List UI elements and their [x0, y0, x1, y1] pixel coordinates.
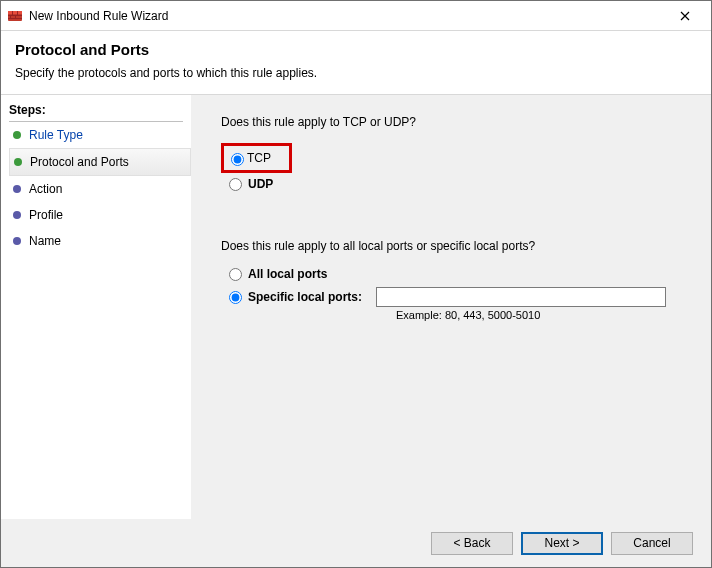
steps-sidebar: Steps: Rule Type Protocol and Ports Acti…: [1, 95, 191, 519]
window-title: New Inbound Rule Wizard: [29, 9, 665, 23]
svg-rect-7: [15, 15, 16, 18]
svg-rect-1: [8, 11, 22, 14]
page-description: Specify the protocols and ports to which…: [15, 66, 697, 80]
svg-rect-6: [10, 15, 11, 18]
ports-example: Example: 80, 443, 5000-5010: [396, 309, 689, 321]
protocol-question: Does this rule apply to TCP or UDP?: [221, 115, 689, 129]
wizard-window: New Inbound Rule Wizard Protocol and Por…: [0, 0, 712, 568]
page-title: Protocol and Ports: [15, 41, 697, 58]
step-bullet-icon: [13, 185, 21, 193]
svg-rect-5: [17, 11, 18, 15]
tcp-label[interactable]: TCP: [247, 151, 271, 165]
body: Steps: Rule Type Protocol and Ports Acti…: [1, 94, 711, 519]
step-label: Protocol and Ports: [30, 155, 129, 169]
step-profile[interactable]: Profile: [9, 202, 191, 228]
step-label: Rule Type: [29, 128, 83, 142]
back-button[interactable]: < Back: [431, 532, 513, 555]
specific-ports-radio[interactable]: [229, 291, 242, 304]
footer: < Back Next > Cancel: [1, 519, 711, 567]
steps-title: Steps:: [9, 103, 183, 122]
step-protocol-and-ports[interactable]: Protocol and Ports: [9, 148, 191, 176]
titlebar: New Inbound Rule Wizard: [1, 1, 711, 31]
ports-question: Does this rule apply to all local ports …: [221, 239, 689, 253]
step-bullet-icon: [13, 131, 21, 139]
all-ports-radio[interactable]: [229, 268, 242, 281]
step-action[interactable]: Action: [9, 176, 191, 202]
specific-ports-input[interactable]: [376, 287, 666, 307]
step-bullet-icon: [14, 158, 22, 166]
svg-rect-3: [8, 18, 22, 19]
step-bullet-icon: [13, 237, 21, 245]
step-bullet-icon: [13, 211, 21, 219]
udp-label[interactable]: UDP: [248, 177, 273, 191]
step-label: Name: [29, 234, 61, 248]
step-label: Profile: [29, 208, 63, 222]
firewall-icon: [7, 8, 23, 24]
step-label: Action: [29, 182, 62, 196]
close-button[interactable]: [665, 2, 705, 30]
tcp-radio[interactable]: [231, 153, 244, 166]
next-button[interactable]: Next >: [521, 532, 603, 555]
header: Protocol and Ports Specify the protocols…: [1, 31, 711, 94]
tcp-highlight: TCP: [221, 143, 292, 173]
step-rule-type[interactable]: Rule Type: [9, 122, 191, 148]
specific-ports-label[interactable]: Specific local ports:: [248, 290, 362, 304]
cancel-button[interactable]: Cancel: [611, 532, 693, 555]
all-ports-label[interactable]: All local ports: [248, 267, 327, 281]
svg-rect-4: [12, 11, 13, 15]
step-name[interactable]: Name: [9, 228, 191, 254]
udp-radio[interactable]: [229, 178, 242, 191]
main-panel: Does this rule apply to TCP or UDP? TCP …: [191, 95, 711, 519]
